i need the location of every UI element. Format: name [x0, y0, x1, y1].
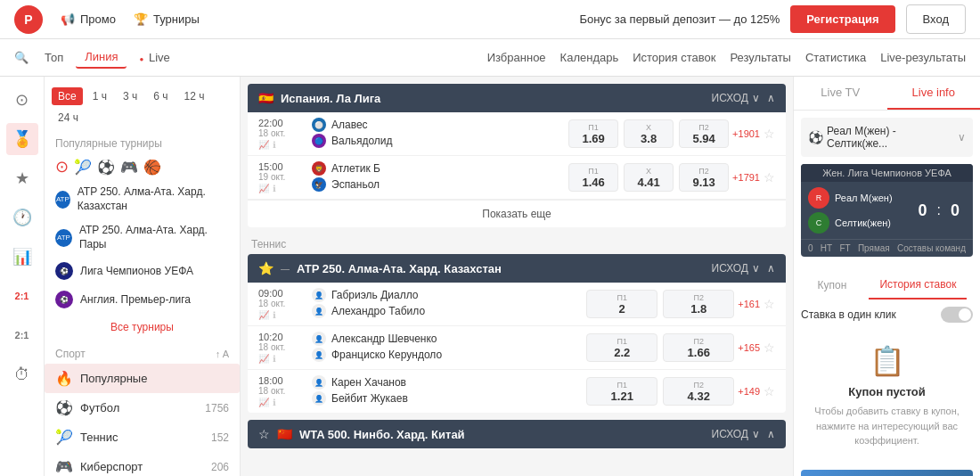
sport-popular[interactable]: 🔥 Популярные: [45, 364, 240, 393]
sport-football[interactable]: ⚽ Футбол 1756: [45, 393, 240, 423]
tab-live-info[interactable]: Live info: [887, 77, 981, 110]
filter-12h[interactable]: 12 ч: [177, 87, 210, 105]
link-history[interactable]: История ставок: [633, 51, 715, 64]
stat-icon-diallo[interactable]: 📈: [258, 310, 269, 320]
filter-3h[interactable]: 3 ч: [117, 87, 143, 105]
match-group-laliga-header[interactable]: 🇪🇸 Испания. Ла Лига ИСХОД ∨ ∧: [248, 84, 786, 112]
odd-p1-khachanov[interactable]: П1 1.21: [586, 377, 657, 406]
time-shevchenko: 10:20: [258, 332, 312, 342]
register-button[interactable]: Регистрация: [790, 5, 894, 33]
match-group-atp: ⭐ — АТP 250. Алма-Ата. Хард. Казахстан И…: [248, 254, 786, 413]
fav-shevchenko[interactable]: ☆: [764, 341, 775, 355]
count-alaves[interactable]: +1901: [732, 128, 760, 139]
filter-6h[interactable]: 6 ч: [147, 87, 174, 105]
sport-sort-buttons[interactable]: ↑ A: [216, 349, 229, 359]
tab-live[interactable]: ● Live: [130, 47, 178, 68]
sport-icon-basketball[interactable]: 🏀: [143, 159, 161, 176]
tab-live-tv[interactable]: Live TV: [794, 77, 887, 110]
odd-p2-athletic[interactable]: П2 9.13: [679, 163, 729, 192]
all-tournaments-link[interactable]: Все турниры: [45, 314, 240, 341]
link-stats[interactable]: Статистика: [805, 51, 866, 64]
odd-p1-diallo[interactable]: П1 2: [586, 290, 657, 318]
sidebar-scores-icon[interactable]: 2:1: [6, 319, 38, 351]
icon-diallo: 👤: [312, 288, 326, 302]
odd-x-alaves[interactable]: X 3.8: [624, 119, 674, 148]
count-khachanov[interactable]: +149: [738, 386, 760, 397]
tournament-atp2[interactable]: ATP АТP 250. Алма-Ата. Хард. Пары: [45, 218, 240, 257]
info-icon-alaves[interactable]: ℹ: [273, 140, 276, 150]
empty-coupon-text: Чтобы добавить ставку в купон, нажмите н…: [804, 404, 969, 448]
sidebar-clock-icon[interactable]: 🕐: [6, 201, 38, 234]
filter-1h[interactable]: 1 ч: [86, 87, 113, 105]
coupon-tab-coupon[interactable]: Купон: [807, 272, 858, 299]
nav-tournaments[interactable]: 🏆 Турниры: [134, 12, 200, 26]
sport-icon-tennis[interactable]: 🎾: [74, 159, 92, 176]
match-selector[interactable]: ⚽ Реал М(жен) - Селтик(же... ∨: [801, 118, 973, 157]
sidebar-home-icon[interactable]: ⊙: [6, 84, 38, 116]
match-group-wta-header[interactable]: ☆ 🇨🇳 WTA 500. Нинбо. Хард. Китай ИСХОД ∨…: [248, 420, 786, 448]
match-group-atp-header[interactable]: ⭐ — АТP 250. Алма-Ата. Хард. Казахстан И…: [248, 254, 786, 283]
search-icon[interactable]: 🔍: [14, 51, 29, 64]
atp-flag-indicator: —: [281, 264, 290, 274]
tab-top[interactable]: Топ: [36, 47, 72, 68]
sport-esports[interactable]: 🎮 Киберспорт 206: [45, 452, 240, 476]
stat-icon-shevchenko[interactable]: 📈: [258, 354, 269, 364]
sidebar-live-icon[interactable]: 2:1: [6, 280, 38, 312]
sidebar-star-icon[interactable]: ★: [6, 162, 38, 194]
stat-icon-athletic[interactable]: 📈: [258, 184, 269, 193]
sports-banner: ⚽: [801, 470, 973, 477]
sport-icon-esports[interactable]: 🎮: [120, 159, 138, 176]
sport-icon-betsson[interactable]: ⊙: [55, 157, 69, 176]
fav-alaves[interactable]: ☆: [764, 127, 775, 141]
stat-icon-khachanov[interactable]: 📈: [258, 398, 269, 407]
sport-icon-football[interactable]: ⚽: [97, 159, 115, 176]
filter-24h[interactable]: 24 ч: [52, 109, 85, 127]
odd-x-athletic[interactable]: X 4.41: [624, 163, 674, 192]
sidebar-sports-icon[interactable]: 🏅: [6, 123, 38, 155]
info-icon-athletic[interactable]: ℹ: [273, 184, 276, 193]
odd-p2-khachanov[interactable]: П2 4.32: [663, 377, 734, 406]
odd-p2-diallo[interactable]: П2 1.8: [663, 290, 734, 318]
match-time-alaves: 22:00 18 окт. 📈 ℹ: [258, 118, 312, 150]
tournament-atp1[interactable]: ATP АТP 250. Алма-Ата. Хард. Казахстан: [45, 180, 240, 218]
count-shevchenko[interactable]: +165: [738, 342, 760, 353]
odd-p1-shevchenko[interactable]: П1 2.2: [586, 333, 657, 362]
fav-khachanov[interactable]: ☆: [764, 384, 775, 398]
odd-p1-alaves[interactable]: П1 1.69: [568, 119, 618, 148]
coupon-tab-history[interactable]: История ставок: [869, 271, 967, 300]
link-favorites[interactable]: Избранное: [487, 51, 546, 64]
logo[interactable]: P: [14, 5, 43, 34]
team2-diallo: 👤 Алехандро Табило: [312, 304, 579, 318]
odd-p2-alaves[interactable]: П2 5.94: [679, 119, 729, 148]
info-icon-shevchenko[interactable]: ℹ: [273, 354, 276, 364]
link-calendar[interactable]: Календарь: [560, 51, 619, 64]
link-live-results[interactable]: Live-результаты: [880, 51, 966, 64]
stat-icon-alaves[interactable]: 📈: [258, 140, 269, 150]
tournament-ucl[interactable]: ⚽ Лига Чемпионов УЕФА: [45, 257, 240, 285]
team1-khachanov: 👤 Карен Хачанов: [312, 375, 579, 390]
odd-p1-athletic[interactable]: П1 1.46: [568, 163, 618, 192]
show-more-laliga[interactable]: Показать еще: [248, 200, 786, 227]
sidebar-timer-icon[interactable]: ⏱: [6, 358, 38, 390]
teams-khachanov: 👤 Карен Хачанов 👤 Бейбит Жукаев: [312, 375, 579, 407]
filter-all[interactable]: Все: [52, 87, 83, 105]
fav-diallo[interactable]: ☆: [764, 297, 775, 311]
info-icon-khachanov[interactable]: ℹ: [273, 398, 276, 407]
info-icon-diallo[interactable]: ℹ: [273, 310, 276, 320]
sidebar-stats-icon[interactable]: 📊: [6, 241, 38, 273]
count-diallo[interactable]: +161: [738, 299, 760, 309]
score-footer-lineup[interactable]: Составы команд: [897, 243, 966, 253]
sub-nav: 🔍 Топ Линия ● Live Избранное Календарь И…: [0, 39, 980, 77]
login-button[interactable]: Вход: [906, 4, 966, 34]
count-athletic[interactable]: +1791: [732, 172, 760, 183]
odd-p2-shevchenko[interactable]: П2 1.66: [663, 333, 734, 362]
one-click-toggle[interactable]: [941, 307, 973, 323]
link-results[interactable]: Результаты: [730, 51, 790, 64]
tournament-epl[interactable]: ⚽ Англия. Премьер-лига: [45, 285, 240, 314]
tab-liniya[interactable]: Линия: [76, 46, 127, 69]
fav-athletic[interactable]: ☆: [764, 170, 775, 185]
nav-promo[interactable]: 📢 Промо: [61, 12, 116, 26]
score-footer-live[interactable]: Прямая: [858, 243, 890, 253]
sport-tennis[interactable]: 🎾 Теннис 152: [45, 423, 240, 452]
score-value2: 0: [944, 201, 966, 220]
